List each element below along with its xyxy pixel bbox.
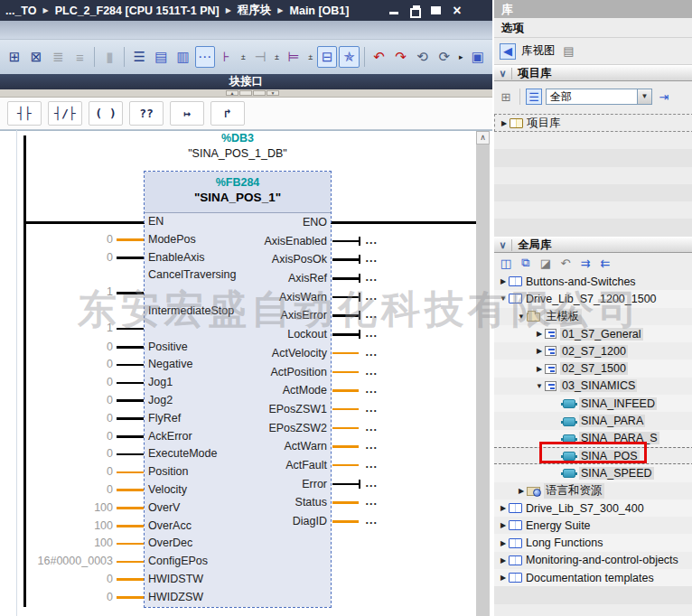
open-library-view-icon[interactable]: ⇥ (656, 89, 672, 105)
output-operand-placeholder[interactable]: ... (366, 234, 378, 247)
expander-icon[interactable]: ▶ (498, 539, 509, 547)
toolbar-flyout-icon[interactable]: ▸ (456, 46, 466, 68)
interface-splitter[interactable]: ▲ ▼ (0, 89, 492, 98)
fb-call-block[interactable]: %FB284 "SINA_POS_1" ENModePos0EnableAxis… (145, 172, 331, 607)
minimize-button[interactable] (388, 5, 401, 16)
output-operand-placeholder[interactable]: ... (366, 421, 378, 434)
library-view-icon[interactable]: ◀ (500, 43, 516, 60)
update-block-calls-icon[interactable]: ✯ (339, 46, 359, 68)
expander-icon[interactable]: ▶ (499, 119, 510, 127)
insert-network-icon[interactable]: ⊞ (5, 46, 24, 68)
insert-box-input-dropdown[interactable]: ± (238, 46, 248, 68)
new-global-library-icon[interactable]: ◫ (498, 255, 514, 271)
expander-icon[interactable]: ▶ (498, 521, 509, 529)
tree-item-sina-para-s[interactable]: SINA_PARA_S (494, 430, 692, 447)
tree-item-03-sinamics[interactable]: ▼03_SINAMICS (494, 378, 692, 395)
block-interface-bar[interactable]: 块接口 (0, 74, 492, 89)
output-operand-placeholder[interactable]: ... (366, 252, 378, 265)
tree-item-sina-pos[interactable]: SINA_POS (494, 447, 692, 464)
input-operand-value[interactable]: 0 (107, 412, 113, 425)
contact-closed-icon[interactable]: ┤/├ (48, 101, 82, 126)
project-library-header[interactable]: ∨ 项目库 (494, 65, 692, 81)
remove-box-input-dropdown[interactable]: ± (272, 46, 282, 68)
tree-item-drive-lib-s7-300-400[interactable]: ▶Drive_Lib_S7_300_400 (494, 499, 692, 517)
expander-icon[interactable]: ▶ (498, 556, 509, 565)
input-operand-value[interactable]: 1 (107, 322, 113, 334)
network-comment-icon[interactable]: ▥ (173, 46, 192, 68)
input-operand-value[interactable]: 0 (107, 251, 113, 264)
output-operand-placeholder[interactable]: ... (366, 514, 378, 527)
branch-display-icon[interactable]: ⊟ (317, 46, 337, 68)
expander-icon[interactable]: ▼ (534, 382, 545, 390)
coil-variants-icon[interactable]: ⊨ (284, 46, 304, 68)
tree-item-02-s7-1500[interactable]: ▶02_S7_1500 (494, 359, 692, 377)
output-operand-placeholder[interactable]: ... (366, 439, 378, 452)
discard-changes-icon[interactable]: ↶ (557, 255, 574, 271)
open-global-library-icon[interactable]: ⧉ (518, 255, 534, 271)
breadcrumb-item[interactable]: Main [OB1] (290, 5, 350, 17)
tree-item-documentation-templates[interactable]: ▶Documentation templates (494, 569, 692, 586)
tree-item-sina-para[interactable]: SINA_PARA (494, 412, 692, 429)
expander-icon[interactable]: ▶ (516, 487, 527, 495)
close-button[interactable]: × (451, 5, 463, 16)
input-operand-value[interactable]: 0 (107, 465, 113, 478)
expander-icon[interactable]: ▶ (534, 365, 545, 373)
export-library-icon[interactable]: ⇉ (577, 255, 594, 271)
expander-icon[interactable]: ▶ (534, 347, 545, 355)
breadcrumb-item[interactable]: 程序块 (238, 3, 272, 18)
library-filter-combobox[interactable]: 全部 ▼ (546, 89, 652, 105)
input-operand-value[interactable]: 16#0000_0003 (38, 555, 113, 567)
collapse-project-library-icon[interactable]: ∨ (494, 68, 512, 79)
expander-icon[interactable]: ▶ (498, 504, 509, 512)
maximize-button[interactable] (430, 5, 443, 16)
editor-layout-icon[interactable]: ▣ (468, 46, 488, 68)
editor-vertical-scrollbar[interactable]: ∧ (476, 131, 490, 616)
splitter-handle[interactable] (239, 90, 252, 96)
input-operand-value[interactable]: 0 (107, 376, 113, 388)
expander-icon[interactable]: ▶ (534, 330, 545, 338)
empty-box-icon[interactable]: ?? (129, 101, 164, 126)
collapse-global-library-icon[interactable]: ∨ (494, 239, 512, 251)
input-operand-value[interactable]: 1 (107, 285, 113, 298)
save-global-library-icon[interactable]: ◪ (538, 255, 554, 271)
close-branch-icon[interactable]: ↱ (210, 101, 245, 126)
upload-consistency-icon[interactable]: ⟲ (413, 46, 433, 68)
tree-item-energy-suite[interactable]: ▶Energy Suite (494, 517, 692, 534)
breadcrumb-item[interactable]: ..._TO (5, 5, 37, 17)
expander-icon[interactable]: ▼ (498, 294, 509, 303)
operand-representation-icon[interactable]: ☰ (129, 46, 149, 68)
expander-icon[interactable]: ▼ (516, 313, 527, 321)
contact-open-icon[interactable]: ┤├ (7, 101, 42, 126)
scroll-up-button[interactable]: ∧ (476, 131, 490, 145)
next-error-icon[interactable]: ↷ (391, 46, 411, 68)
expander-icon[interactable]: ▶ (498, 574, 509, 582)
ladder-canvas[interactable]: %DB3 "SINA_POS_1_DB" %FB284 "SINA_POS_1"… (0, 130, 492, 616)
input-operand-value[interactable]: 0 (107, 394, 113, 406)
insert-box-input-icon[interactable]: ⊦ (217, 46, 237, 68)
tree-item-主模板[interactable]: ▼主模板 (494, 308, 692, 325)
input-operand-value[interactable]: 0 (107, 591, 113, 603)
download-consistency-icon[interactable]: ⟳ (435, 46, 454, 68)
output-operand-placeholder[interactable]: ... (366, 346, 378, 359)
expander-icon[interactable]: ▶ (498, 277, 509, 285)
coil-icon[interactable]: ( ) (89, 101, 123, 126)
input-operand-value[interactable]: 0 (107, 573, 113, 585)
output-operand-placeholder[interactable]: ... (366, 402, 378, 415)
instance-db-name[interactable]: "SINA_POS_1_DB" (136, 147, 340, 160)
tree-item-long-functions[interactable]: ▶Long Functions (494, 534, 692, 551)
input-operand-value[interactable]: 0 (107, 233, 113, 246)
input-operand-value[interactable]: 0 (107, 341, 113, 353)
tree-item-sina-speed[interactable]: SINA_SPEED (494, 464, 692, 481)
output-operand-placeholder[interactable]: ... (366, 308, 378, 321)
input-operand-value[interactable]: 0 (107, 447, 113, 460)
output-operand-placeholder[interactable]: ... (366, 477, 378, 490)
input-operand-value[interactable]: 100 (94, 519, 113, 532)
restore-button[interactable] (409, 5, 422, 16)
details-view-icon[interactable]: ☰ (526, 89, 542, 105)
tree-item-project-library[interactable]: ▶项目库 (494, 114, 692, 132)
remove-box-input-icon[interactable]: ⊣ (250, 46, 270, 68)
tree-item-语言和资源[interactable]: ▶语言和资源 (494, 482, 692, 499)
input-operand-value[interactable]: 100 (94, 501, 113, 514)
tree-item-sina-infeed[interactable]: SINA_INFEED (494, 395, 692, 412)
output-operand-placeholder[interactable]: ... (366, 365, 378, 378)
